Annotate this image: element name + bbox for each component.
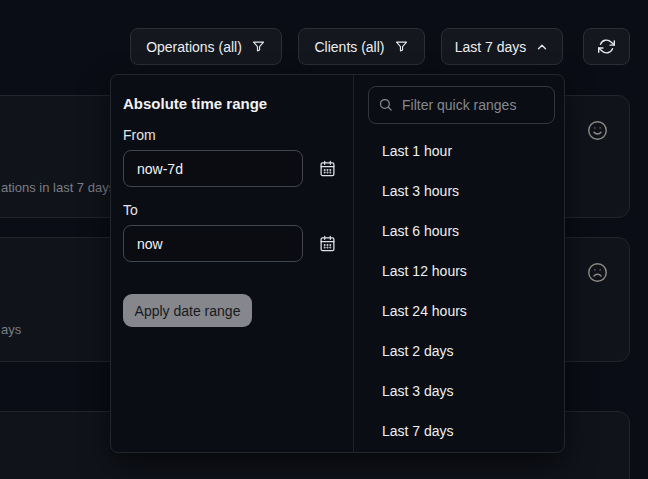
quick-range-option[interactable]: Last 3 days: [354, 371, 564, 411]
time-range-label: Last 7 days: [455, 39, 527, 55]
calendar-icon[interactable]: [319, 160, 336, 177]
card-subtitle-partial: ays: [1, 322, 21, 337]
quick-ranges-section: Last 1 hour Last 3 hours Last 6 hours La…: [353, 75, 564, 452]
time-range-button[interactable]: Last 7 days: [441, 28, 563, 65]
quick-ranges-list: Last 1 hour Last 3 hours Last 6 hours La…: [354, 131, 564, 451]
quick-range-option[interactable]: Last 3 hours: [354, 171, 564, 211]
clients-filter-button[interactable]: Clients (all): [298, 28, 425, 65]
quick-range-option[interactable]: Last 1 hour: [354, 131, 564, 171]
filter-quick-ranges-input[interactable]: [368, 86, 555, 124]
search-icon: [378, 97, 393, 112]
absolute-time-range-title: Absolute time range: [123, 95, 353, 112]
clients-filter-label: Clients (all): [314, 39, 384, 55]
from-input[interactable]: [123, 150, 303, 187]
quick-range-option[interactable]: Last 24 hours: [354, 291, 564, 331]
card-subtitle-partial: ations in last 7 days: [1, 180, 115, 195]
quick-range-option[interactable]: Last 7 days: [354, 411, 564, 451]
from-label: From: [123, 127, 353, 143]
sad-face-icon: [587, 262, 608, 283]
quick-range-option[interactable]: Last 2 days: [354, 331, 564, 371]
operations-filter-button[interactable]: Operations (all): [130, 28, 282, 65]
to-input[interactable]: [123, 225, 303, 262]
absolute-time-range-section: Absolute time range From To Apply date r…: [111, 75, 353, 452]
smiley-face-icon: [587, 120, 608, 141]
calendar-icon[interactable]: [319, 235, 336, 252]
to-label: To: [123, 202, 353, 218]
apply-date-range-button[interactable]: Apply date range: [123, 294, 252, 327]
quick-range-option[interactable]: Last 12 hours: [354, 251, 564, 291]
refresh-icon: [598, 38, 615, 55]
chevron-up-icon: [535, 40, 549, 54]
time-range-picker-panel: Absolute time range From To Apply date r…: [110, 74, 565, 453]
quick-range-option[interactable]: Last 6 hours: [354, 211, 564, 251]
operations-filter-label: Operations (all): [146, 39, 242, 55]
refresh-button[interactable]: [583, 28, 630, 65]
funnel-icon: [394, 39, 409, 54]
funnel-icon: [251, 39, 266, 54]
